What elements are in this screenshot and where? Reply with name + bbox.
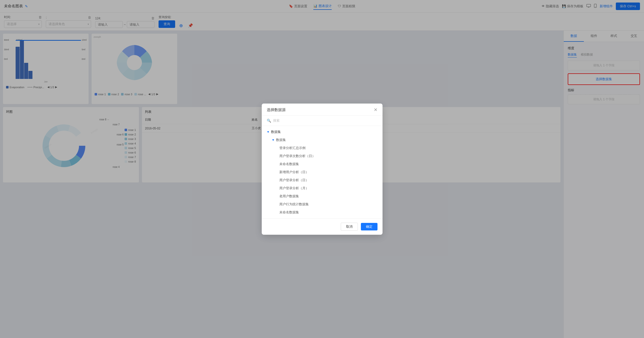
modal-search-area: 🔍	[262, 116, 383, 126]
chevron-child: ▼	[272, 138, 275, 142]
tree-item-6[interactable]: 用户登录分析（月）	[262, 184, 383, 192]
tree-item-9[interactable]: 未命名数据集	[262, 208, 383, 216]
modal-overlay[interactable]: 选择数据源 ✕ 🔍 ▼ 数据集 ▼ 数据集 登录分析汇总示例 用户登录次数分析（…	[0, 0, 644, 338]
tree-item-1[interactable]: 登录分析汇总示例	[262, 144, 383, 152]
tree-item-3[interactable]: 未命名数据集	[262, 160, 383, 168]
tree-child-dataset[interactable]: ▼ 数据集	[262, 136, 383, 144]
tree-item-2[interactable]: 用户登录次数分析（日）	[262, 152, 383, 160]
modal-select-datasource: 选择数据源 ✕ 🔍 ▼ 数据集 ▼ 数据集 登录分析汇总示例 用户登录次数分析（…	[262, 104, 383, 235]
tree-item-5[interactable]: 用户登录分析（日）	[262, 176, 383, 184]
modal-search-input[interactable]	[273, 119, 377, 122]
modal-footer: 取消 确定	[262, 218, 383, 235]
tree-item-7[interactable]: 老用户数据集	[262, 192, 383, 200]
modal-close-btn[interactable]: ✕	[374, 108, 377, 112]
search-icon: 🔍	[267, 119, 271, 123]
chevron-root: ▼	[267, 130, 270, 134]
tree-item-8[interactable]: 用户行为统计数据集	[262, 200, 383, 208]
modal-body: ▼ 数据集 ▼ 数据集 登录分析汇总示例 用户登录次数分析（日） 未命名数据集 …	[262, 126, 383, 218]
cancel-btn[interactable]: 取消	[341, 223, 358, 231]
confirm-btn[interactable]: 确定	[361, 223, 377, 230]
modal-title: 选择数据源	[267, 108, 286, 112]
tree-item-4[interactable]: 新增用户分析（日）	[262, 168, 383, 176]
modal-header: 选择数据源 ✕	[262, 104, 383, 116]
tree-root[interactable]: ▼ 数据集	[262, 128, 383, 136]
